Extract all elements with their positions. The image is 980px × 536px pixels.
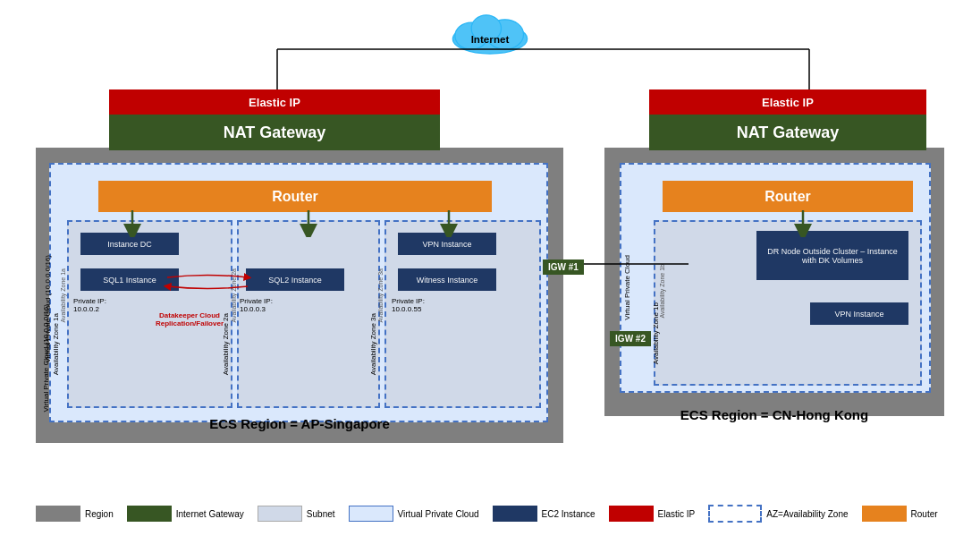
az-right-label-text: Availability Zone 1b	[659, 264, 665, 319]
az1-label: Availability Zone 1a	[52, 313, 60, 375]
nat-gateway-right: NAT Gateway	[649, 115, 926, 150]
igw2: IGW #2	[610, 331, 651, 346]
instance-witness: Witness Instance	[398, 268, 496, 291]
legend-ec2-label: EC2 Instance	[542, 509, 596, 519]
instance-sql2: SQL2 Instance	[246, 268, 344, 291]
legend-region: Region	[36, 506, 114, 522]
legend-ec2: EC2 Instance	[493, 506, 596, 522]
az3-label-text: Availability Zone 3a	[377, 268, 384, 323]
vpc-label-right: Virtual Private Cloud	[623, 255, 631, 320]
diagram-container: Internet Elastic IP NAT Gateway Elastic …	[0, 0, 980, 536]
legend-region-box	[36, 506, 80, 522]
legend-az: AZ=Availability Zone	[708, 505, 848, 523]
legend-router-label: Router	[911, 509, 938, 519]
internet-cloud: Internet	[445, 7, 535, 56]
legend-vpc-label: Virtual Private Cloud	[398, 509, 479, 519]
instance-dc: Instance DC	[80, 233, 179, 255]
legend-vpc: Virtual Private Cloud	[349, 506, 479, 522]
instance-sql1: SQL1 Instance	[80, 268, 179, 291]
svg-text:Internet: Internet	[471, 33, 510, 45]
legend-subnet-label: Subnet	[307, 509, 335, 519]
instance-dr: DR Node Outside Cluster – Instance with …	[756, 231, 908, 280]
igw1: IGW #1	[543, 259, 584, 275]
legend-subnet-box	[258, 506, 302, 522]
legend-eip-label: Elastic IP	[658, 509, 696, 519]
az2-label-text: Availability Zone 2a	[231, 268, 237, 323]
vpc-label-left: Virtual Private Cloud (10.0.0.0/16)	[44, 255, 52, 362]
elastic-ip-left: Elastic IP	[109, 89, 440, 115]
legend-eip-box	[609, 506, 654, 522]
legend-region-label: Region	[85, 509, 114, 519]
legend-router: Router	[862, 506, 938, 522]
az3-label: Availability Zone 3a	[369, 313, 377, 375]
instance-vpn-right: VPN Instance	[810, 302, 908, 325]
region-right-label: ECS Region = CN-Hong Kong	[604, 407, 944, 422]
az2-zone	[237, 220, 380, 408]
nat-gateway-left: NAT Gateway	[109, 115, 440, 150]
legend-ec2-box	[493, 506, 537, 522]
region-left-label: ECS Region = AP-Singapore	[36, 416, 563, 431]
router-left: Router	[98, 181, 492, 212]
priv-ip-sql1: Private IP: 10.0.0.2	[73, 297, 106, 313]
legend-az-label: AZ=Availability Zone	[766, 509, 848, 519]
legend: Region Internet Gateway Subnet Virtual P…	[36, 505, 938, 523]
elastic-ip-right: Elastic IP	[649, 89, 926, 115]
az1-label-text: Availability Zone 1a	[60, 268, 66, 323]
legend-igw: Internet Gateway	[127, 506, 244, 522]
legend-eip: Elastic IP	[609, 506, 696, 522]
legend-igw-box	[127, 506, 172, 522]
router-right: Router	[663, 181, 913, 212]
priv-ip-vpn: Private IP: 10.0.0.55	[392, 297, 425, 313]
legend-az-box	[708, 505, 762, 523]
legend-igw-label: Internet Gateway	[176, 509, 244, 519]
legend-subnet: Subnet	[258, 506, 335, 522]
instance-vpn-left: VPN Instance	[398, 233, 496, 255]
legend-router-box	[862, 506, 907, 522]
legend-vpc-box	[349, 506, 393, 522]
